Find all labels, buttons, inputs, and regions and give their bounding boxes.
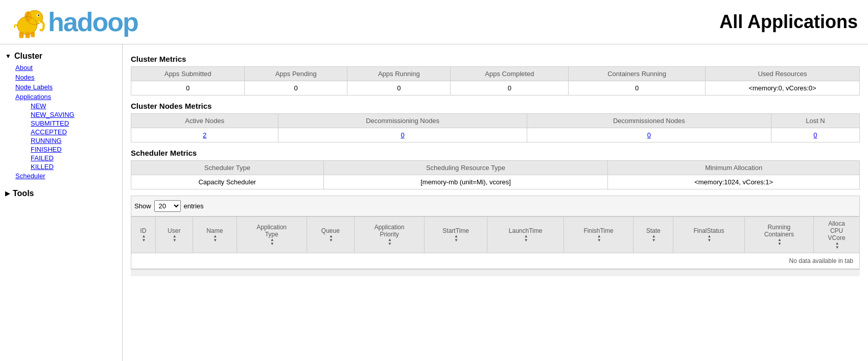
sidebar-tools-section[interactable]: ▶ Tools (0, 187, 122, 200)
val-apps-submitted: 0 (131, 81, 245, 95)
sidebar-link-about[interactable]: About (10, 63, 122, 73)
col-launch-time[interactable]: LaunchTime ▲▼ (487, 217, 564, 253)
col-minimum-allocation: Minimum Allocation (608, 161, 860, 175)
scheduler-metrics-table: Scheduler Type Scheduling Resource Type … (131, 160, 860, 189)
no-data-row: No data available in tab (131, 253, 860, 269)
col-scheduling-resource-type: Scheduling Resource Type (323, 161, 608, 175)
val-scheduling-resource-type: [memory-mb (unit=Mi), vcores] (323, 175, 608, 189)
val-decommissioning-nodes: 0 (278, 128, 527, 142)
col-final-status[interactable]: FinalStatus ▲▼ (673, 217, 744, 253)
svg-rect-7 (31, 32, 35, 37)
sidebar-link-node-labels[interactable]: Node Labels (10, 82, 122, 92)
bottom-scroll-bar[interactable] (131, 269, 860, 276)
col-name[interactable]: Name ▲▼ (193, 217, 237, 253)
col-allocated-cpu-vcores[interactable]: AllocaCPUVCore ▲▼ (814, 217, 860, 253)
main-layout: ▼ Cluster About Nodes Node Labels Applic… (0, 44, 868, 361)
sidebar-state-new[interactable]: NEW (26, 102, 122, 110)
entries-select[interactable]: 10 20 50 100 (154, 200, 181, 212)
col-decommissioned-nodes: Decommissioned Nodes (527, 114, 771, 128)
cluster-metrics-table: Apps Submitted Apps Pending Apps Running… (131, 66, 860, 95)
sidebar-state-finished[interactable]: FINISHED (26, 145, 122, 154)
sidebar-state-running[interactable]: RUNNING (26, 136, 122, 145)
sidebar-state-accepted[interactable]: ACCEPTED (26, 128, 122, 136)
col-start-time[interactable]: StartTime ▲▼ (424, 217, 487, 253)
sidebar-state-failed[interactable]: FAILED (26, 154, 122, 162)
col-finish-time[interactable]: FinishTime ▲▼ (564, 217, 634, 253)
sidebar-state-submitted[interactable]: SUBMITTED (26, 119, 122, 128)
show-label: Show (134, 202, 151, 210)
col-state[interactable]: State ▲▼ (634, 217, 673, 253)
col-scheduler-type: Scheduler Type (131, 161, 324, 175)
sidebar-cluster-links: About Nodes Node Labels Applications NEW… (0, 63, 122, 181)
val-minimum-allocation: <memory:1024, vCores:1> (608, 175, 860, 189)
col-lost-nodes: Lost N (771, 114, 859, 128)
sidebar: ▼ Cluster About Nodes Node Labels Applic… (0, 44, 123, 361)
cluster-arrow-icon: ▼ (5, 53, 11, 60)
col-active-nodes: Active Nodes (131, 114, 278, 128)
sidebar-cluster-section[interactable]: ▼ Cluster (0, 50, 122, 63)
col-queue[interactable]: Queue ▲▼ (307, 217, 355, 253)
sidebar-state-new-saving[interactable]: NEW_SAVING (26, 110, 122, 119)
sidebar-state-killed[interactable]: KILLED (26, 162, 122, 171)
col-apps-pending: Apps Pending (245, 67, 347, 81)
col-id[interactable]: ID ▲▼ (131, 217, 156, 253)
svg-point-3 (38, 15, 39, 16)
hadoop-elephant-icon (10, 4, 46, 40)
col-apps-running: Apps Running (347, 67, 451, 81)
content-area: Cluster Metrics Apps Submitted Apps Pend… (123, 44, 868, 361)
sidebar-link-applications[interactable]: Applications (10, 92, 122, 102)
col-decommissioning-nodes: Decommissioning Nodes (278, 114, 527, 128)
sidebar-cluster-label: Cluster (14, 52, 42, 61)
val-lost-nodes: 0 (771, 128, 859, 142)
val-scheduler-type: Capacity Scheduler (131, 175, 324, 189)
no-data-message: No data available in tab (131, 253, 860, 269)
entries-label: entries (184, 202, 204, 210)
col-apps-submitted: Apps Submitted (131, 67, 245, 81)
sidebar-app-states: NEW NEW_SAVING SUBMITTED ACCEPTED RUNNIN… (10, 102, 122, 171)
val-apps-completed: 0 (451, 81, 569, 95)
col-running-containers[interactable]: RunningContainers ▲▼ (744, 217, 814, 253)
col-used-resources: Used Resources (706, 67, 860, 81)
scheduler-metrics-title: Scheduler Metrics (131, 149, 860, 157)
val-active-nodes: 2 (131, 128, 278, 142)
val-used-resources: <memory:0, vCores:0> (706, 81, 860, 95)
col-application-priority[interactable]: ApplicationPriority ▲▼ (355, 217, 425, 253)
logo-area: hadoop (10, 4, 138, 40)
header: hadoop All Applications (0, 0, 868, 44)
cluster-nodes-table: Active Nodes Decommissioning Nodes Decom… (131, 113, 860, 142)
sidebar-tools-label: Tools (13, 189, 34, 198)
cluster-nodes-metrics-title: Cluster Nodes Metrics (131, 102, 860, 110)
hadoop-logo-text: hadoop (48, 7, 138, 37)
val-decommissioned-nodes: 0 (527, 128, 771, 142)
sidebar-link-nodes[interactable]: Nodes (10, 73, 122, 82)
col-apps-completed: Apps Completed (451, 67, 569, 81)
col-application-type[interactable]: ApplicationType ▲▼ (237, 217, 307, 253)
show-entries-bar: Show 10 20 50 100 entries (131, 196, 860, 216)
page-title: All Applications (719, 11, 858, 33)
val-apps-pending: 0 (245, 81, 347, 95)
val-apps-running: 0 (347, 81, 451, 95)
cluster-metrics-title: Cluster Metrics (131, 55, 860, 63)
col-user[interactable]: User ▲▼ (155, 217, 193, 253)
val-containers-running: 0 (569, 81, 706, 95)
sidebar-link-scheduler[interactable]: Scheduler (10, 171, 122, 181)
applications-table: ID ▲▼ User ▲▼ Name ▲▼ ApplicationType ▲▼ (131, 216, 860, 269)
col-containers-running: Containers Running (569, 67, 706, 81)
tools-arrow-icon: ▶ (5, 190, 10, 197)
svg-rect-6 (26, 32, 30, 38)
